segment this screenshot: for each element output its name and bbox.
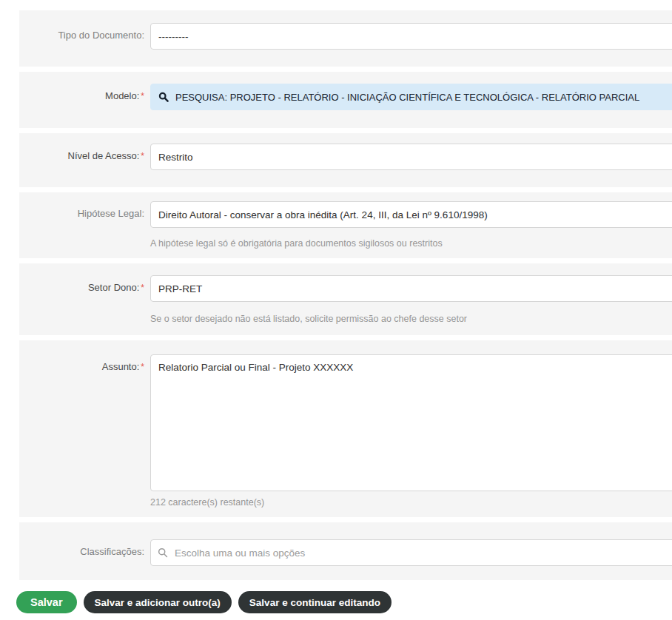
setor-dono-required-marker: * [141,283,144,293]
nivel-acesso-label-text: Nível de Acesso: [68,150,140,161]
search-icon [158,92,169,102]
assunto-chars-remaining: 212 caractere(s) restante(s) [150,497,672,508]
modelo-autocomplete-field[interactable]: PESQUISA: PROJETO - RELATÓRIO - INICIAÇÃ… [150,84,672,110]
modelo-value: PESQUISA: PROJETO - RELATÓRIO - INICIAÇÃ… [175,92,639,103]
tipo-documento-value: --------- [158,31,188,42]
modelo-label-text: Modelo: [105,90,139,101]
modelo-required-marker: * [141,91,144,101]
assunto-textarea[interactable]: Relatorio Parcial ou Final - Projeto XXX… [150,354,672,491]
classificacoes-label-text: Classificações: [80,546,144,557]
assunto-label-text: Assunto: [102,361,140,372]
form-row-classificacoes: Classificações: [19,522,672,580]
form-button-bar: Salvar Salvar e adicionar outro(a) Salva… [16,591,672,613]
modelo-label: Modelo:* [19,84,144,102]
hipotese-legal-input[interactable] [150,201,672,228]
setor-dono-label-text: Setor Dono: [88,282,139,293]
classificacoes-input[interactable] [150,539,672,566]
nivel-acesso-required-marker: * [141,151,144,161]
form-row-setor-dono: Setor Dono:* Se o setor desejado não est… [19,263,672,335]
tipo-documento-select[interactable]: --------- [150,23,672,50]
save-button[interactable]: Salvar [16,591,77,613]
document-form: Tipo do Documento: --------- Modelo:* PE… [0,0,672,613]
nivel-acesso-label: Nível de Acesso:* [19,144,144,162]
hipotese-legal-label: Hipótese Legal: [19,201,144,220]
assunto-required-marker: * [141,362,144,372]
save-continue-editing-button[interactable]: Salvar e continuar editando [238,591,392,613]
hipotese-legal-label-text: Hipótese Legal: [78,208,144,219]
tipo-documento-label-text: Tipo do Documento: [58,30,144,41]
hipotese-legal-help: A hipótese legal só é obrigatória para d… [150,238,672,249]
form-row-nivel-acesso: Nível de Acesso:* [19,133,672,187]
setor-dono-help: Se o setor desejado não está listado, so… [150,314,672,325]
form-row-assunto: Assunto:* Relatorio Parcial ou Final - P… [19,340,672,517]
form-row-tipo-documento: Tipo do Documento: --------- [19,10,672,67]
form-row-modelo: Modelo:* PESQUISA: PROJETO - RELATÓRIO -… [19,72,672,128]
setor-dono-label: Setor Dono:* [19,275,144,294]
assunto-label: Assunto:* [19,354,144,373]
save-add-another-button[interactable]: Salvar e adicionar outro(a) [84,591,232,613]
nivel-acesso-input[interactable] [150,144,672,170]
setor-dono-input[interactable] [150,275,672,302]
classificacoes-label: Classificações: [19,539,144,558]
form-row-hipotese-legal: Hipótese Legal: A hipótese legal só é ob… [19,192,672,258]
tipo-documento-label: Tipo do Documento: [19,23,144,41]
